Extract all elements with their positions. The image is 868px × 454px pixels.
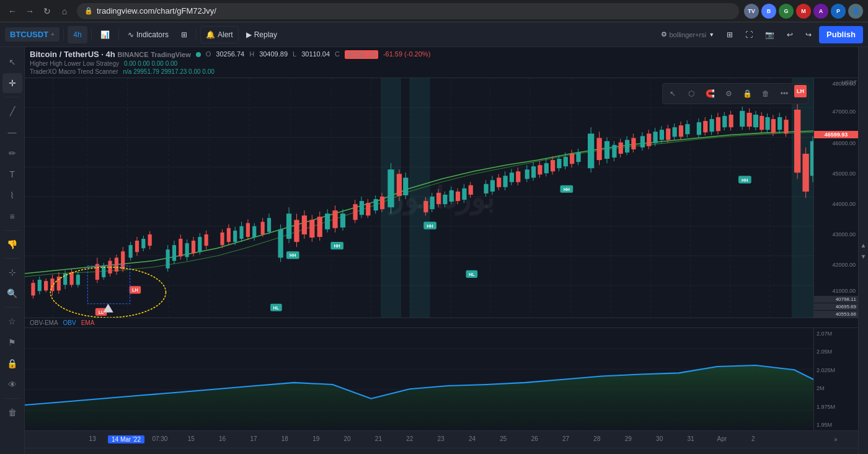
price-43000: 43000.00	[832, 231, 856, 238]
divider-4	[5, 307, 20, 308]
indicators-button[interactable]: ∿ Indicators	[123, 26, 174, 43]
svg-text:HL: HL	[469, 272, 475, 277]
float-cursor-btn[interactable]: ↖	[664, 85, 681, 102]
price-chart-canvas[interactable]: بورداموز ↖ ⬡ 🧲 ⚙ 🔒 🗑 ••• LH	[25, 78, 858, 318]
svg-text:HL: HL	[273, 306, 280, 311]
rs-arrow-down[interactable]: ▼	[859, 252, 868, 260]
text-icon: T	[9, 169, 15, 179]
open-label: O	[206, 50, 211, 59]
crosshair-tool[interactable]: ✛	[2, 73, 22, 93]
top-toolbar: BTCUSDT + 4h 📊 ∿ Indicators ⊞ 🔔 Alert ▶ …	[0, 22, 868, 47]
bollinger-text: bollinger+rsi	[670, 31, 707, 38]
more-button[interactable]: ↩	[782, 26, 798, 43]
lock-tool[interactable]: 🔒	[2, 354, 22, 373]
add-symbol-icon[interactable]: +	[51, 31, 55, 38]
rs-arrow-up[interactable]: ▲	[859, 241, 868, 249]
svg-rect-185	[631, 138, 636, 149]
back-button[interactable]: ←	[5, 4, 20, 19]
patterns-tool[interactable]: ≡	[2, 207, 22, 226]
symbol-selector[interactable]: BTCUSDT +	[5, 27, 60, 42]
tf-5y[interactable]: 5Y	[180, 450, 200, 454]
trash-tool[interactable]: 🗑	[2, 403, 22, 422]
refresh-button[interactable]: ↻	[40, 4, 55, 19]
settings-button[interactable]: ⚙ bollinger+rsi ▼	[656, 26, 720, 43]
publish-button[interactable]: Publish	[819, 26, 863, 43]
svg-rect-27	[409, 78, 430, 318]
date-29: 29	[613, 435, 644, 443]
tf-1y[interactable]: 1Y	[159, 450, 179, 454]
time-labels: 13 14 Mar '22 07:30 15 16 17 18 19 20 21…	[50, 435, 813, 443]
watchlist-tool[interactable]: ☆	[2, 311, 22, 331]
traderxo-val: n/a 29951.79 29917.23 0.00 0.00	[123, 68, 214, 75]
indicator-icon: ∿	[128, 30, 134, 39]
tf-all[interactable]: All	[201, 450, 221, 454]
sep-3	[118, 29, 119, 41]
timeline-scale-area: »	[813, 436, 858, 443]
tf-1d[interactable]: 1D	[30, 450, 50, 454]
date-17: 17	[238, 435, 269, 443]
trash-icon: 🗑	[8, 407, 17, 417]
svg-text:HH: HH	[742, 178, 748, 183]
ext-icon-6: P	[831, 4, 846, 19]
obv-chart[interactable]	[25, 328, 813, 430]
tf-1m[interactable]: 1M	[72, 450, 92, 454]
fib-tool[interactable]: ⌇	[2, 185, 22, 205]
redo-button[interactable]: ↪	[800, 26, 817, 43]
chart-type-button[interactable]: 📊	[95, 26, 115, 43]
tf-6m[interactable]: 6M	[114, 450, 134, 454]
layout-button[interactable]: ⊞	[722, 26, 738, 43]
measure-tool[interactable]: ⊹	[2, 262, 22, 282]
tf-ytd[interactable]: YTD	[135, 450, 157, 454]
browser-chrome: ← → ↻ ⌂ 🔒 tradingview.com/chart/gFM72Jvy…	[0, 0, 868, 22]
timeframe-4h[interactable]: 4h	[68, 26, 87, 43]
divider-2	[5, 230, 20, 231]
price-45000: 45000.00	[832, 171, 856, 177]
address-bar[interactable]: 🔒 tradingview.com/chart/gFM72Jvy/	[77, 3, 739, 19]
price-chart-container[interactable]: بورداموز ↖ ⬡ 🧲 ⚙ 🔒 🗑 ••• LH	[25, 78, 858, 318]
replay-label: Replay	[254, 30, 277, 39]
float-magnet-btn[interactable]: 🧲	[701, 85, 719, 102]
tf-custom[interactable]: ⊞	[222, 450, 242, 454]
alert-button[interactable]: 🔔 Alert	[200, 26, 239, 43]
forward-button[interactable]: →	[22, 4, 37, 19]
compare-button[interactable]: ⊞	[176, 26, 192, 43]
browser-nav[interactable]: ← → ↻ ⌂	[5, 4, 72, 19]
thumbsdown-tool[interactable]: 👎	[2, 234, 22, 254]
obv-canvas[interactable]: 2.07M 2.05M 2.025M 2M 1.975M 1.95M	[25, 328, 858, 430]
trend-line-tool[interactable]: ╱	[2, 101, 22, 121]
brush-tool[interactable]: ✏	[2, 143, 22, 163]
svg-rect-119	[380, 197, 384, 209]
float-lock-btn[interactable]: 🔒	[738, 85, 756, 102]
eye-tool[interactable]: 👁	[2, 375, 22, 394]
patterns-icon: ≡	[9, 211, 14, 221]
replay-button[interactable]: ▶ Replay	[241, 26, 282, 43]
profile-icon[interactable]: 👤	[848, 4, 863, 19]
left-sidebar: ↖ ✛ ╱ — ✏ T ⌇ ≡	[0, 47, 25, 454]
obv-panel: OBV-EMA OBV EMA	[25, 318, 858, 454]
horizontal-line-tool[interactable]: —	[2, 122, 22, 142]
home-button[interactable]: ⌂	[57, 4, 72, 19]
float-shape-btn[interactable]: ⬡	[683, 85, 700, 102]
float-trash-btn[interactable]: 🗑	[757, 85, 774, 102]
fullscreen-button[interactable]: ⛶	[740, 26, 758, 43]
text-tool[interactable]: T	[2, 164, 22, 184]
tf-5d[interactable]: 5D	[51, 450, 71, 454]
date-23: 23	[425, 435, 456, 443]
obv-svg	[25, 328, 813, 430]
low-label: L	[293, 50, 296, 59]
float-settings-btn[interactable]: ⚙	[720, 85, 737, 102]
tv-app: BTCUSDT + 4h 📊 ∿ Indicators ⊞ 🔔 Alert ▶ …	[0, 22, 868, 454]
alert-side-tool[interactable]: ⚑	[2, 332, 22, 352]
expand-timeline-btn[interactable]: »	[834, 436, 838, 443]
low-value: 30110.04	[301, 50, 330, 59]
cursor-tool[interactable]: ↖	[2, 52, 22, 72]
float-more-btn[interactable]: •••	[776, 85, 793, 102]
zoom-tool[interactable]: 🔍	[2, 283, 22, 303]
snapshot-button[interactable]: 📷	[760, 26, 779, 43]
date-16: 16	[206, 435, 237, 443]
date-18: 18	[269, 435, 300, 443]
tf-3m[interactable]: 3M	[93, 450, 113, 454]
divider-5	[5, 398, 20, 399]
obv-label: OBV-EMA	[30, 319, 58, 326]
compare-icon: ⊞	[181, 30, 187, 39]
